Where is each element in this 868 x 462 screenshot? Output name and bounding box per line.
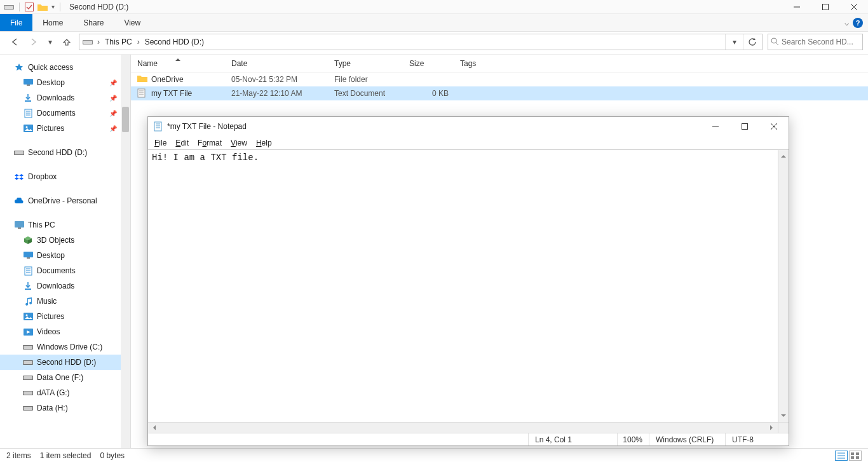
notepad-vertical-scrollbar[interactable] xyxy=(778,150,789,422)
nav-pc-item[interactable]: dATA (G:) xyxy=(0,385,121,400)
pin-icon: 📌 xyxy=(109,110,117,117)
column-size[interactable]: Size xyxy=(403,55,454,72)
svg-rect-24 xyxy=(24,252,33,257)
column-name[interactable]: Name xyxy=(131,55,225,72)
nav-label: Data (H:) xyxy=(37,404,68,412)
qat-checkbox-icon[interactable] xyxy=(25,3,34,11)
nav-pc-item[interactable]: Desktop xyxy=(0,248,121,263)
tab-home[interactable]: Home xyxy=(32,14,73,31)
address-dropdown-icon[interactable]: ▾ xyxy=(725,34,743,50)
search-placeholder: Search Second HD... xyxy=(782,37,853,46)
svg-rect-23 xyxy=(18,228,21,229)
notepad-menu-file[interactable]: File xyxy=(154,139,166,147)
column-headers[interactable]: Name Date Type Size Tags xyxy=(131,55,868,72)
column-tags[interactable]: Tags xyxy=(454,55,505,72)
notepad-menu-format[interactable]: Format xyxy=(198,139,222,147)
star-icon xyxy=(14,62,24,72)
nav-pc-item[interactable]: Windows Drive (C:) xyxy=(0,339,121,355)
tab-share[interactable]: Share xyxy=(73,14,114,31)
notepad-menu-help[interactable]: Help xyxy=(256,139,272,147)
nav-qa-item[interactable]: Downloads📌 xyxy=(0,90,121,105)
svg-rect-4 xyxy=(822,4,828,10)
notepad-status-position: Ln 4, Col 1 xyxy=(528,433,617,445)
nav-dropbox[interactable]: Dropbox xyxy=(0,169,121,184)
pin-icon: 📌 xyxy=(109,125,117,132)
nav-label: Second HDD (D:) xyxy=(37,358,96,367)
svg-rect-8 xyxy=(83,41,92,44)
notepad-minimize-button[interactable] xyxy=(701,117,730,136)
file-name-cell: OneDrive xyxy=(131,74,225,85)
nav-pc-item[interactable]: Pictures xyxy=(0,309,121,324)
nav-qa-item[interactable]: Documents📌 xyxy=(0,105,121,121)
notepad-titlebar[interactable]: *my TXT File - Notepad xyxy=(148,117,789,136)
search-icon xyxy=(771,37,779,46)
close-button[interactable] xyxy=(839,0,868,14)
nav-pc-item[interactable]: Downloads xyxy=(0,278,121,294)
nav-pc-item[interactable]: Data (H:) xyxy=(0,400,121,416)
column-date[interactable]: Date xyxy=(225,55,328,72)
nav-label: Downloads xyxy=(37,93,74,102)
notepad-title: *my TXT File - Notepad xyxy=(167,122,247,131)
notepad-close-button[interactable] xyxy=(759,117,789,136)
help-icon[interactable]: ? xyxy=(853,18,863,28)
address-bar[interactable]: › This PC › Second HDD (D:) ▾ xyxy=(79,34,763,50)
nav-tree-scrollbar[interactable] xyxy=(121,55,131,448)
svg-rect-18 xyxy=(24,125,33,132)
nav-back-button[interactable] xyxy=(8,35,22,49)
nav-this-pc[interactable]: This PC xyxy=(0,217,121,233)
nav-pc-item[interactable]: Documents xyxy=(0,263,121,278)
maximize-button[interactable] xyxy=(811,0,839,14)
chevron-right-icon[interactable]: › xyxy=(135,37,142,46)
file-row[interactable]: OneDrive05-Nov-21 5:32 PMFile folder xyxy=(131,72,868,86)
file-date-cell: 21-May-22 12:10 AM xyxy=(225,89,328,98)
column-type[interactable]: Type xyxy=(328,55,403,72)
chevron-right-icon[interactable]: › xyxy=(95,37,102,46)
nav-label: Data One (F:) xyxy=(37,373,83,382)
svg-rect-12 xyxy=(27,85,30,86)
view-details-button[interactable] xyxy=(835,451,848,461)
notepad-menu-view[interactable]: View xyxy=(231,139,247,147)
svg-rect-11 xyxy=(24,79,33,85)
notepad-menu-edit[interactable]: Edit xyxy=(175,139,189,147)
nav-qa-item[interactable]: Pictures📌 xyxy=(0,121,121,136)
ribbon-expand-icon[interactable]: ⌵ xyxy=(844,18,849,27)
nav-pc-item[interactable]: Data One (F:) xyxy=(0,370,121,385)
nav-qa-item[interactable]: Desktop📌 xyxy=(0,75,121,90)
notepad-horizontal-scrollbar[interactable] xyxy=(148,422,778,433)
notepad-window[interactable]: *my TXT File - Notepad File Edit Format … xyxy=(147,116,789,446)
notepad-status-zoom: 100% xyxy=(617,433,649,445)
qat-dropdown-icon[interactable]: ▾ xyxy=(51,3,55,10)
pictures-icon xyxy=(23,311,33,322)
tab-view[interactable]: View xyxy=(114,14,151,31)
nav-label: Quick access xyxy=(28,63,73,72)
drive-icon xyxy=(23,342,33,352)
notepad-scroll-corner xyxy=(778,422,789,433)
nav-quick-access[interactable]: Quick access xyxy=(0,60,121,75)
svg-line-10 xyxy=(776,43,778,45)
minimize-button[interactable] xyxy=(782,0,811,14)
nav-pc-item[interactable]: Videos xyxy=(0,324,121,339)
nav-up-button[interactable] xyxy=(60,35,74,49)
nav-label: Videos xyxy=(37,327,60,336)
qat-folder-icon[interactable] xyxy=(37,3,48,11)
nav-onedrive[interactable]: OneDrive - Personal xyxy=(0,193,121,208)
breadcrumb-this-pc[interactable]: This PC xyxy=(102,36,135,48)
search-box[interactable]: Search Second HD... xyxy=(768,34,863,50)
videos-icon xyxy=(23,327,33,337)
nav-second-hdd[interactable]: Second HDD (D:) xyxy=(0,145,121,160)
nav-pc-item[interactable]: 3D Objects xyxy=(0,233,121,248)
nav-pc-item[interactable]: Music xyxy=(0,294,121,309)
refresh-button[interactable] xyxy=(743,34,761,50)
nav-recent-dropdown[interactable]: ▾ xyxy=(46,35,55,49)
file-row[interactable]: my TXT File21-May-22 12:10 AMText Docume… xyxy=(131,86,868,100)
view-large-icons-button[interactable] xyxy=(849,451,862,461)
breadcrumb-current[interactable]: Second HDD (D:) xyxy=(142,36,207,48)
notepad-maximize-button[interactable] xyxy=(730,117,759,136)
drive-icon xyxy=(23,357,33,367)
nav-tree[interactable]: Quick access Desktop📌Downloads📌Documents… xyxy=(0,55,121,448)
notepad-text-area[interactable]: Hi! I am a TXT file. xyxy=(148,150,778,422)
nav-forward-button[interactable] xyxy=(27,35,41,49)
drive-icon xyxy=(23,403,33,413)
tab-file[interactable]: File xyxy=(0,14,32,31)
nav-pc-item[interactable]: Second HDD (D:) xyxy=(0,355,121,370)
